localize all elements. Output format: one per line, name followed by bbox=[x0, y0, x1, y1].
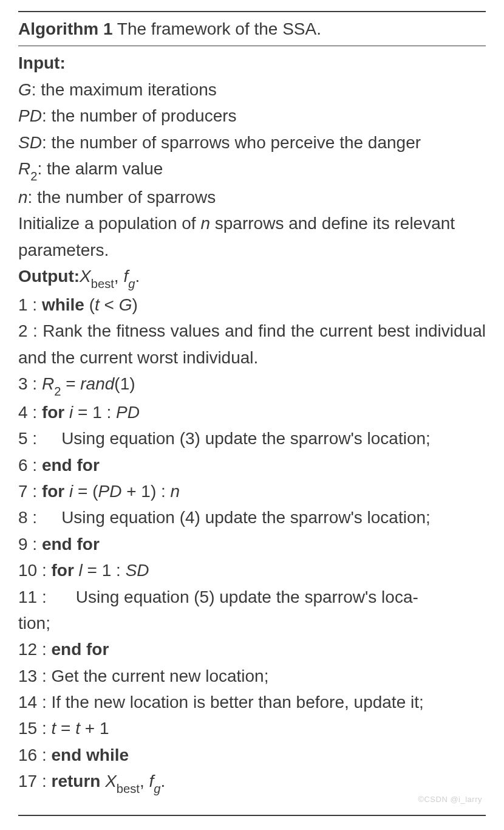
param-desc: : the maximum iterations bbox=[32, 80, 217, 99]
output-xsub: best bbox=[91, 277, 114, 290]
param-desc: : the number of sparrows bbox=[28, 188, 216, 207]
step-9: 9 : end for bbox=[18, 531, 486, 557]
algorithm-desc-text: The framework of the SSA. bbox=[117, 19, 321, 38]
step-17: 17 : return Xbest, fg. bbox=[18, 768, 486, 797]
op-plus: + 1) : bbox=[121, 482, 170, 501]
init-sym: n bbox=[200, 214, 210, 233]
output-period: . bbox=[135, 267, 140, 286]
init-text-a: Initialize a population of bbox=[18, 214, 200, 233]
param-sym: R bbox=[18, 159, 30, 178]
step-num: 15 : bbox=[18, 719, 51, 738]
step-7: 7 : for i = (PD + 1) : n bbox=[18, 478, 486, 504]
var-X: X bbox=[105, 772, 117, 791]
param-n: n: the number of sparrows bbox=[18, 184, 486, 210]
output-fsub: g bbox=[128, 277, 135, 290]
step-15: 15 : t = t + 1 bbox=[18, 715, 486, 741]
step-num: 3 : bbox=[18, 374, 42, 393]
step-4: 4 : for i = 1 : PD bbox=[18, 399, 486, 425]
paren-close: ) bbox=[132, 295, 138, 314]
sub-g: g bbox=[154, 782, 160, 795]
output-x: X bbox=[80, 267, 91, 286]
top-rule bbox=[18, 11, 486, 12]
step-6: 6 : end for bbox=[18, 452, 486, 478]
param-sym: n bbox=[18, 188, 28, 207]
step-1: 1 : while (t < G) bbox=[18, 292, 486, 318]
period: . bbox=[161, 772, 166, 791]
param-desc: : the alarm value bbox=[37, 159, 163, 178]
output-sep: , bbox=[114, 267, 124, 286]
param-sym: G bbox=[18, 80, 32, 99]
step-8: 8 :Using equation (4) update the sparrow… bbox=[18, 504, 486, 530]
op-plus: + 1 bbox=[80, 719, 109, 738]
paren-open: ( bbox=[84, 295, 95, 314]
init-text-c: parameters. bbox=[18, 241, 109, 259]
sp bbox=[74, 561, 79, 580]
step-num: 17 : bbox=[18, 772, 51, 791]
step-num: 11 : bbox=[18, 588, 47, 606]
fn-rand: rand bbox=[80, 374, 114, 393]
param-sub: 2 bbox=[30, 170, 37, 183]
step-11b: tion; bbox=[18, 610, 486, 636]
param-sym: SD bbox=[18, 133, 42, 152]
param-PD: PD: the number of producers bbox=[18, 103, 486, 129]
var-PD: PD bbox=[116, 403, 140, 422]
kw-return: return bbox=[51, 772, 105, 791]
step-16: 16 : end while bbox=[18, 742, 486, 768]
op-eq: = ( bbox=[73, 482, 98, 501]
algorithm-block: Algorithm 1 The framework of the SSA. In… bbox=[0, 0, 504, 830]
step-num: 6 : bbox=[18, 456, 42, 475]
param-G: G: the maximum iterations bbox=[18, 77, 486, 103]
var-SD: SD bbox=[126, 561, 149, 580]
param-sym: PD bbox=[18, 106, 42, 125]
var-t: t bbox=[95, 295, 100, 314]
op-eq: = 1 : bbox=[73, 403, 116, 422]
step-2: 2 : Rank the fitness values and find the… bbox=[18, 318, 486, 371]
step-11-text: Using equation (5) update the sparrow's … bbox=[47, 588, 418, 606]
input-heading-text: Input: bbox=[18, 53, 66, 72]
sp bbox=[64, 482, 69, 501]
step-num: 16 : bbox=[18, 746, 51, 764]
op-eq: = bbox=[56, 719, 75, 738]
step-8-text: Using equation (4) update the sparrow's … bbox=[37, 508, 431, 527]
step-num: 9 : bbox=[18, 535, 42, 554]
param-desc: : the number of sparrows who perceive th… bbox=[42, 133, 421, 152]
param-R2: R2: the alarm value bbox=[18, 156, 486, 184]
algorithm-title-line: Algorithm 1 The framework of the SSA. bbox=[18, 16, 486, 46]
step-5-text: Using equation (3) update the sparrow's … bbox=[37, 429, 431, 448]
step-num: 4 : bbox=[18, 403, 42, 422]
var-R: R bbox=[42, 374, 54, 393]
sp bbox=[64, 403, 69, 422]
var-G: G bbox=[119, 295, 132, 314]
output-line: Output:Xbest, fg. bbox=[18, 263, 486, 292]
sub-best: best bbox=[117, 782, 140, 795]
watermark-text: ©CSDN @i_larry bbox=[418, 795, 482, 804]
kw-for: for bbox=[42, 403, 64, 422]
step-num: 10 : bbox=[18, 561, 51, 580]
var-PD: PD bbox=[98, 482, 122, 501]
step-3: 3 : R2 = rand(1) bbox=[18, 371, 486, 399]
op-lt: < bbox=[100, 295, 119, 314]
step-10: 10 : for l = 1 : SD bbox=[18, 557, 486, 583]
sub-2: 2 bbox=[54, 385, 61, 398]
kw-endfor: end for bbox=[42, 456, 100, 475]
kw-endwhile: end while bbox=[51, 746, 129, 764]
step-11a: 11 :Using equation (5) update the sparro… bbox=[18, 584, 486, 610]
step-14: 14 : If the new location is better than … bbox=[18, 689, 486, 715]
kw-endfor: end for bbox=[51, 640, 109, 659]
param-desc: : the number of producers bbox=[42, 106, 237, 125]
step-num: 1 : bbox=[18, 295, 42, 314]
output-heading: Output: bbox=[18, 267, 80, 286]
step-num: 8 : bbox=[18, 508, 37, 527]
step-num: 5 : bbox=[18, 429, 37, 448]
sep: , bbox=[140, 772, 149, 791]
init-line-1: Initialize a population of n sparrows an… bbox=[18, 210, 486, 236]
init-text-b: sparrows and define its relevant bbox=[210, 214, 455, 233]
kw-endfor: end for bbox=[42, 535, 100, 554]
op-eq: = 1 : bbox=[83, 561, 126, 580]
step-13: 13 : Get the current new location; bbox=[18, 663, 486, 689]
step-5: 5 :Using equation (3) update the sparrow… bbox=[18, 425, 486, 451]
var-t: t bbox=[75, 719, 80, 738]
var-n: n bbox=[171, 482, 180, 501]
param-SD: SD: the number of sparrows who perceive … bbox=[18, 129, 486, 156]
paren: (1) bbox=[114, 374, 135, 393]
